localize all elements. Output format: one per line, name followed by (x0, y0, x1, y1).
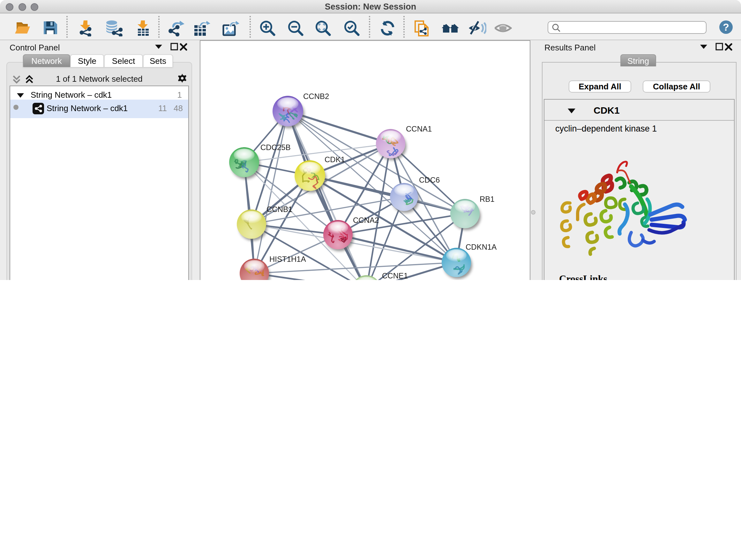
svg-text:HIST1H1A: HIST1H1A (269, 255, 306, 263)
svg-text:CCNA1: CCNA1 (406, 125, 432, 133)
svg-text:CDC25B: CDC25B (260, 143, 291, 152)
svg-text:CCNA2: CCNA2 (353, 216, 379, 225)
svg-text:CCNB2: CCNB2 (303, 92, 329, 101)
svg-text:CDK1: CDK1 (325, 155, 345, 164)
svg-text:CDKN1A: CDKN1A (466, 243, 496, 251)
svg-text:CCNE1: CCNE1 (382, 271, 408, 280)
svg-text:RB1: RB1 (480, 195, 495, 203)
svg-text:CCNB1: CCNB1 (266, 205, 292, 213)
svg-text:CDC6: CDC6 (419, 176, 440, 184)
